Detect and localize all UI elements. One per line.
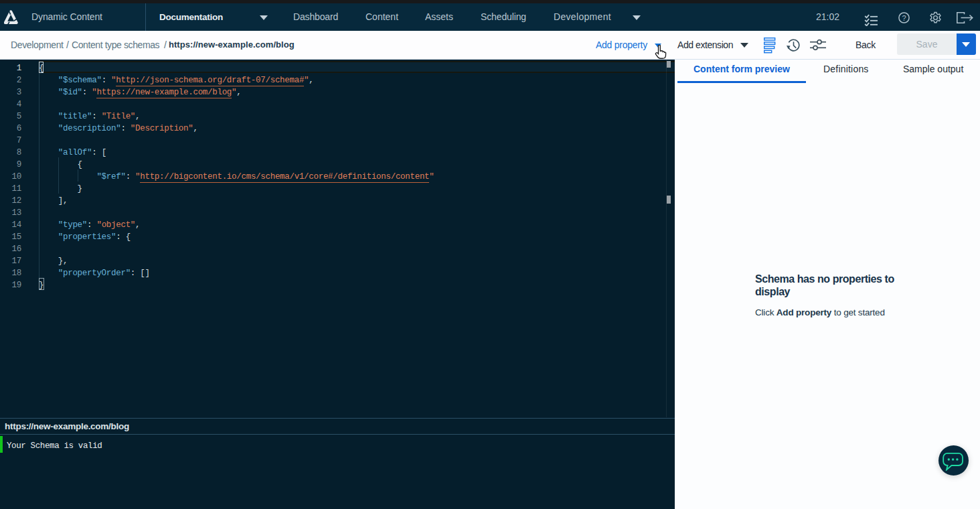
svg-text:?: ? [902,14,906,22]
